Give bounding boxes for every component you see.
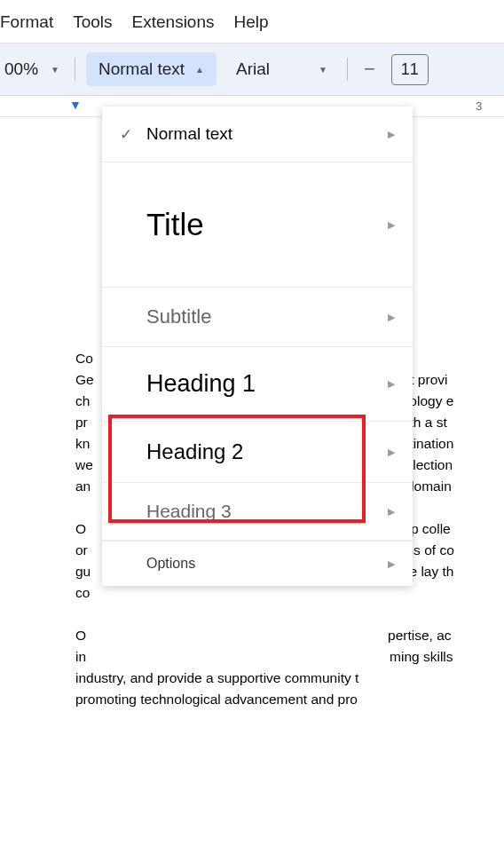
style-option-subtitle[interactable]: Subtitle ▶	[102, 288, 413, 347]
style-dropdown: ✓ Normal text ▶ Title ▶ Subtitle ▶ Headi…	[102, 107, 413, 586]
zoom-value: 00%	[4, 59, 38, 79]
chevron-up-icon: ▲	[195, 65, 204, 75]
chevron-right-icon: ▶	[388, 312, 395, 323]
style-value: Normal text	[98, 59, 185, 79]
chevron-down-icon: ▼	[51, 65, 59, 75]
chevron-down-icon: ▼	[319, 65, 327, 75]
chevron-right-icon: ▶	[388, 558, 395, 570]
style-selector[interactable]: Normal text ▲	[86, 52, 217, 86]
menu-extensions[interactable]: Extensions	[132, 12, 215, 32]
zoom-selector[interactable]: 00% ▼	[0, 59, 64, 79]
chevron-right-icon: ▶	[388, 447, 395, 458]
style-option-label: Heading 1	[120, 347, 388, 421]
style-options-menu[interactable]: Options ▶	[102, 541, 413, 586]
style-option-heading1[interactable]: Heading 1 ▶	[102, 347, 413, 422]
indent-marker-icon[interactable]: ▼	[69, 98, 82, 112]
menu-bar: Format Tools Extensions Help	[0, 5, 504, 43]
font-selector[interactable]: Arial ▼	[227, 59, 336, 79]
ruler-number: 3	[476, 99, 482, 113]
style-option-label: Normal text	[146, 107, 388, 162]
toolbar-separator	[75, 58, 75, 81]
toolbar: 00% ▼ Normal text ▲ Arial ▼ − 11	[0, 43, 504, 96]
style-option-heading2[interactable]: Heading 2 ▶	[102, 422, 413, 483]
style-option-label: Heading 2	[120, 422, 388, 482]
paragraph: Opertise, ac inming skills industry, and…	[75, 625, 504, 710]
chevron-right-icon: ▶	[388, 506, 395, 518]
font-size-decrease-icon[interactable]: −	[358, 58, 381, 81]
style-option-normal[interactable]: ✓ Normal text ▶	[102, 107, 413, 162]
chevron-right-icon: ▶	[388, 219, 395, 231]
style-option-label: Subtitle	[120, 288, 388, 346]
checkmark-icon: ✓	[120, 125, 146, 144]
style-option-label: Heading 3	[120, 483, 388, 540]
style-option-heading3[interactable]: Heading 3 ▶	[102, 483, 413, 541]
font-value: Arial	[236, 59, 270, 79]
menu-tools[interactable]: Tools	[73, 12, 112, 32]
menu-help[interactable]: Help	[234, 12, 269, 32]
style-option-title[interactable]: Title ▶	[102, 162, 413, 288]
options-label: Options	[120, 542, 388, 586]
chevron-right-icon: ▶	[388, 378, 395, 390]
menu-format[interactable]: Format	[0, 12, 53, 32]
style-option-label: Title	[120, 189, 388, 260]
font-size-input[interactable]: 11	[391, 54, 429, 85]
chevron-right-icon: ▶	[388, 129, 395, 140]
toolbar-separator	[347, 58, 348, 81]
